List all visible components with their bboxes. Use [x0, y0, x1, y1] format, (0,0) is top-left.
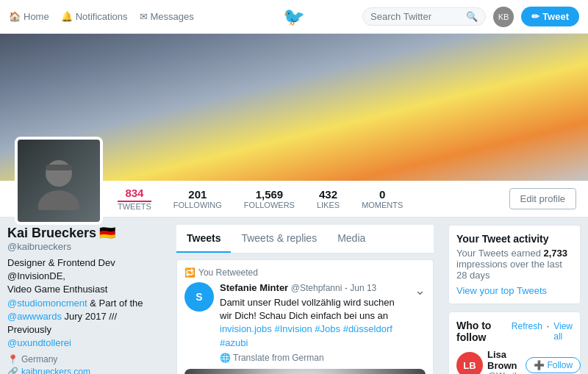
wtf-header: Who to follow Refresh · View all [456, 320, 573, 343]
profile-meta: 📍 Germany 🔗 kaibrueckers.com 📅 Joined Ja… [7, 354, 162, 374]
followers-count: 1,569 [244, 188, 295, 201]
tweet-body-text: Damit unser Rudel vollzählig wird suchen… [220, 297, 395, 321]
search-icon: 🔍 [466, 11, 478, 22]
edit-icon: ✏ [531, 11, 539, 22]
home-label: Home [24, 11, 49, 22]
main-tweets-area: Tweets Tweets & replies Media 🔁 You Retw… [176, 225, 434, 374]
tab-tweets-replies[interactable]: Tweets & replies [231, 225, 327, 253]
follow-button-0[interactable]: ➕ Follow [526, 357, 581, 373]
tweet-card: 🔁 You Retweeted S Stefanie Minter @Stehp… [176, 259, 434, 374]
bio-line1: Designer & Frontend Dev @InvisionDE, [7, 257, 115, 281]
retweet-icon: 🔁 [184, 267, 196, 278]
tab-media[interactable]: Media [327, 225, 376, 253]
stat-followers[interactable]: 1,569 FOLLOWERS [244, 188, 295, 209]
profile-avatar[interactable] [15, 137, 103, 225]
stat-moments[interactable]: 0 MOMENTS [362, 188, 403, 209]
follow-item-0: LB Lisa Brown @Wartle ➕ Follow ✕ [456, 349, 573, 374]
follow-name-0: Lisa Brown [487, 349, 521, 371]
expand-icon[interactable]: ⌄ [415, 282, 426, 298]
tweets-label: TWEETS [118, 202, 151, 211]
wtf-view-all[interactable]: View all [553, 321, 573, 342]
top-navigation: 🏠 Home 🔔 Notifications ✉ Messages 🐦 🔍 KB… [0, 0, 588, 34]
tab-tweets[interactable]: Tweets [176, 225, 231, 253]
wtf-title: Who to follow [456, 320, 512, 343]
nav-home[interactable]: 🏠 Home [9, 11, 49, 22]
translate-label[interactable]: 🌐 Translate from German [220, 353, 409, 363]
envelope-icon: ✉ [140, 11, 148, 22]
view-top-tweets-link[interactable]: View your top Tweets [456, 285, 547, 296]
moments-count: 0 [362, 188, 403, 201]
nav-right: 🔍 KB ✏ Tweet [362, 7, 579, 27]
nav-left: 🏠 Home 🔔 Notifications ✉ Messages [9, 11, 194, 22]
tweets-tabs: Tweets Tweets & replies Media [176, 225, 434, 253]
bio-link-studio[interactable]: @studiomoncment [7, 298, 87, 309]
tweet-button-label: Tweet [542, 11, 569, 22]
likes-label: LIKES [317, 201, 340, 209]
tweet-author-avatar[interactable]: S [184, 282, 214, 312]
stat-likes[interactable]: 432 LIKES [317, 188, 340, 209]
follow-handle-0: @Wartle [487, 371, 521, 374]
profile-name: Kai Brueckers 🇩🇪 [7, 225, 162, 241]
profile-handle: @kaibrueckers [7, 241, 162, 252]
bio-text2: & Part of the [90, 298, 143, 309]
tweet-image: SCHLAUER FUCHS GESUCHT! [184, 369, 426, 374]
retweet-label-text: You Retweeted [198, 267, 258, 278]
tweet-date: Jun 13 [350, 283, 376, 293]
messages-label: Messages [151, 11, 194, 22]
follow-label-0: Follow [547, 360, 573, 370]
meta-location: 📍 Germany [7, 354, 162, 364]
right-sidebar: Your Tweet activity Your Tweets earned 2… [441, 225, 588, 374]
tweet-links[interactable]: invision.jobs #Invision #Jobs #düsseldor… [220, 323, 392, 348]
svg-rect-2 [46, 165, 72, 170]
wtf-refresh[interactable]: Refresh [512, 321, 542, 342]
tweet-button[interactable]: ✏ Tweet [521, 7, 579, 26]
website-link[interactable]: kaibrueckers.com [21, 367, 90, 374]
nav-notifications[interactable]: 🔔 Notifications [61, 11, 128, 22]
home-icon: 🏠 [9, 11, 21, 22]
bio-link-awwwards[interactable]: @awwwards [7, 311, 62, 322]
follow-plus-icon-0: ➕ [534, 360, 545, 370]
stat-following[interactable]: 201 FOLLOWING [173, 188, 222, 209]
activity-impressions: Your Tweets earned 2,733 impressions ove… [456, 248, 573, 281]
profile-section: 834 TWEETS 201 FOLLOWING 1,569 FOLLOWERS… [0, 181, 588, 217]
impressions-value: 2,733 [544, 248, 568, 259]
tweets-count: 834 [118, 187, 151, 202]
translate-text: Translate from German [233, 353, 324, 363]
bio-line2: Video Game Enthusiast [7, 284, 107, 295]
twitter-logo-center: 🐦 [283, 7, 305, 27]
avatar-silhouette-svg [29, 151, 88, 210]
tweet-header: S Stefanie Minter @Stehpfanni · Jun 13 D… [184, 282, 426, 363]
edit-profile-button[interactable]: Edit profile [509, 188, 576, 209]
tweet-image-sim: SCHLAUER FUCHS GESUCHT! [184, 369, 426, 374]
search-input[interactable] [370, 11, 466, 22]
following-label: FOLLOWING [173, 201, 222, 209]
who-to-follow-box: Who to follow Refresh · View all LB Lisa… [448, 312, 581, 374]
follow-info-0: Lisa Brown @Wartle [487, 349, 521, 374]
location-icon: 📍 [7, 354, 18, 364]
profile-name-text: Kai Brueckers [7, 226, 96, 241]
notifications-label: Notifications [76, 11, 128, 22]
moments-label: MOMENTS [362, 201, 403, 209]
search-bar[interactable]: 🔍 [362, 7, 486, 26]
svg-point-0 [46, 160, 72, 187]
bio-link-ux[interactable]: @uxundtollerei [7, 337, 71, 348]
main-layout: Kai Brueckers 🇩🇪 @kaibrueckers Designer … [0, 217, 588, 374]
tweet-activity-box: Your Tweet activity Your Tweets earned 2… [448, 225, 581, 304]
twitter-bird-icon: 🐦 [283, 7, 305, 26]
profile-bio: Designer & Frontend Dev @InvisionDE, Vid… [7, 256, 162, 350]
meta-website[interactable]: 🔗 kaibrueckers.com [7, 367, 162, 374]
tweet-meta: Stefanie Minter @Stehpfanni · Jun 13 Dam… [220, 282, 409, 363]
impressions-post: impressions over the last 28 days [456, 259, 562, 281]
bell-icon: 🔔 [61, 11, 73, 22]
verified-flag: 🇩🇪 [99, 225, 115, 241]
profile-sidebar: Kai Brueckers 🇩🇪 @kaibrueckers Designer … [0, 225, 169, 374]
retweet-label: 🔁 You Retweeted [184, 267, 426, 278]
nav-messages[interactable]: ✉ Messages [140, 11, 194, 22]
user-avatar-small[interactable]: KB [493, 7, 514, 27]
svg-point-1 [38, 190, 79, 210]
avatar-image [18, 140, 100, 222]
impressions-pre: Your Tweets earned [456, 248, 544, 259]
following-count: 201 [173, 188, 222, 201]
stat-tweets[interactable]: 834 TWEETS [118, 187, 151, 211]
follow-avatar-0: LB [456, 352, 483, 374]
